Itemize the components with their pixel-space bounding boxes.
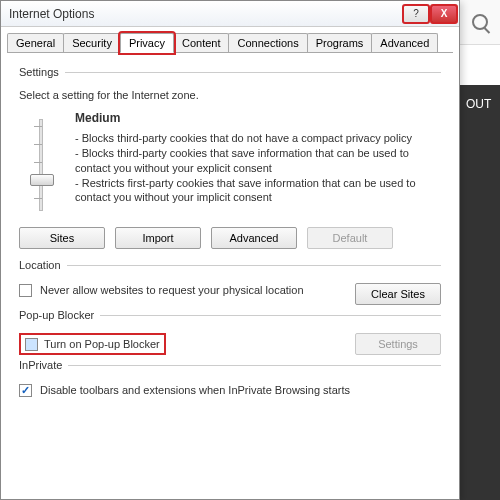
inprivate-checkbox[interactable] bbox=[19, 384, 32, 397]
tab-programs[interactable]: Programs bbox=[307, 33, 373, 53]
import-button[interactable]: Import bbox=[115, 227, 201, 249]
privacy-bullet-2: - Blocks third-party cookies that save i… bbox=[75, 146, 441, 176]
bg-label: OUT bbox=[466, 97, 491, 111]
never-allow-label: Never allow websites to request your phy… bbox=[40, 283, 347, 297]
inprivate-legend: InPrivate bbox=[19, 359, 68, 371]
sites-button[interactable]: Sites bbox=[19, 227, 105, 249]
popup-legend: Pop-up Blocker bbox=[19, 309, 100, 321]
titlebar: Internet Options ? X bbox=[1, 1, 459, 27]
privacy-slider[interactable] bbox=[19, 111, 63, 211]
popup-highlight: Turn on Pop-up Blocker bbox=[19, 333, 166, 355]
internet-options-dialog: Internet Options ? X General Security Pr… bbox=[0, 0, 460, 500]
privacy-bullet-3: - Restricts first-party cookies that sav… bbox=[75, 176, 441, 206]
popup-blocker-group: Pop-up Blocker Turn on Pop-up Blocker Se… bbox=[19, 309, 441, 355]
never-allow-checkbox[interactable] bbox=[19, 284, 32, 297]
tab-connections[interactable]: Connections bbox=[228, 33, 307, 53]
settings-intro: Select a setting for the Internet zone. bbox=[19, 89, 441, 101]
inprivate-group: InPrivate Disable toolbars and extension… bbox=[19, 359, 441, 397]
tab-advanced[interactable]: Advanced bbox=[371, 33, 438, 53]
tab-security[interactable]: Security bbox=[63, 33, 121, 53]
tab-general[interactable]: General bbox=[7, 33, 64, 53]
page-background: OUT bbox=[460, 85, 500, 500]
tab-strip: General Security Privacy Content Connect… bbox=[1, 27, 459, 53]
location-legend: Location bbox=[19, 259, 67, 271]
popup-settings-button: Settings bbox=[355, 333, 441, 355]
advanced-button[interactable]: Advanced bbox=[211, 227, 297, 249]
privacy-bullet-1: - Blocks third-party cookies that do not… bbox=[75, 131, 441, 146]
tab-content[interactable]: Content bbox=[173, 33, 230, 53]
inprivate-label: Disable toolbars and extensions when InP… bbox=[40, 383, 441, 397]
close-button[interactable]: X bbox=[431, 5, 457, 23]
browser-toolbar bbox=[460, 0, 500, 45]
popup-checkbox[interactable] bbox=[25, 338, 38, 351]
default-button: Default bbox=[307, 227, 393, 249]
privacy-level-name: Medium bbox=[75, 111, 441, 125]
location-group: Location Never allow websites to request… bbox=[19, 259, 441, 305]
help-button[interactable]: ? bbox=[403, 5, 429, 23]
dialog-title: Internet Options bbox=[9, 7, 94, 21]
settings-group: Settings Select a setting for the Intern… bbox=[19, 66, 441, 255]
slider-thumb[interactable] bbox=[30, 174, 54, 186]
settings-legend: Settings bbox=[19, 66, 65, 78]
search-icon[interactable] bbox=[472, 14, 488, 30]
tab-privacy[interactable]: Privacy bbox=[120, 33, 174, 53]
clear-sites-button[interactable]: Clear Sites bbox=[355, 283, 441, 305]
popup-label: Turn on Pop-up Blocker bbox=[44, 338, 160, 350]
privacy-panel: Settings Select a setting for the Intern… bbox=[1, 54, 459, 405]
